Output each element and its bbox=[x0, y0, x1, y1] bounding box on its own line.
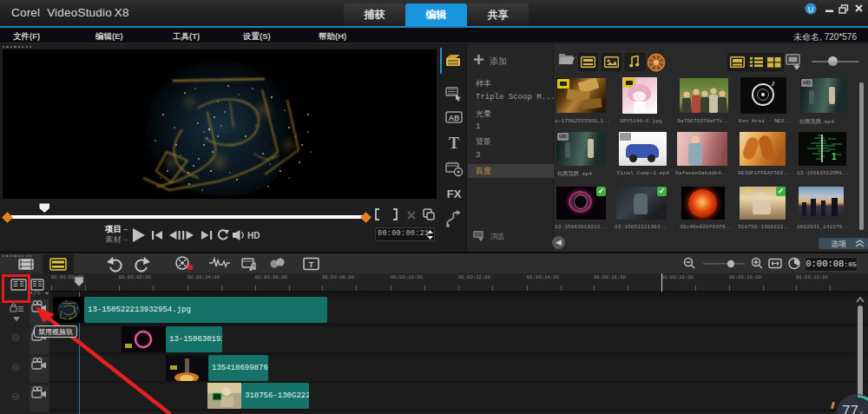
svg-text:T: T bbox=[309, 260, 314, 269]
svg-text:HD: HD bbox=[247, 231, 260, 240]
svg-text:AB: AB bbox=[449, 114, 460, 122]
svg-text:+/=: +/= bbox=[30, 290, 41, 297]
svg-text:T: T bbox=[449, 135, 459, 152]
svg-text:77: 77 bbox=[842, 403, 858, 414]
svg-text:x: x bbox=[859, 409, 864, 414]
svg-text:FX: FX bbox=[447, 187, 462, 200]
svg-text:1: 1 bbox=[832, 152, 837, 161]
svg-text:U: U bbox=[808, 5, 814, 14]
